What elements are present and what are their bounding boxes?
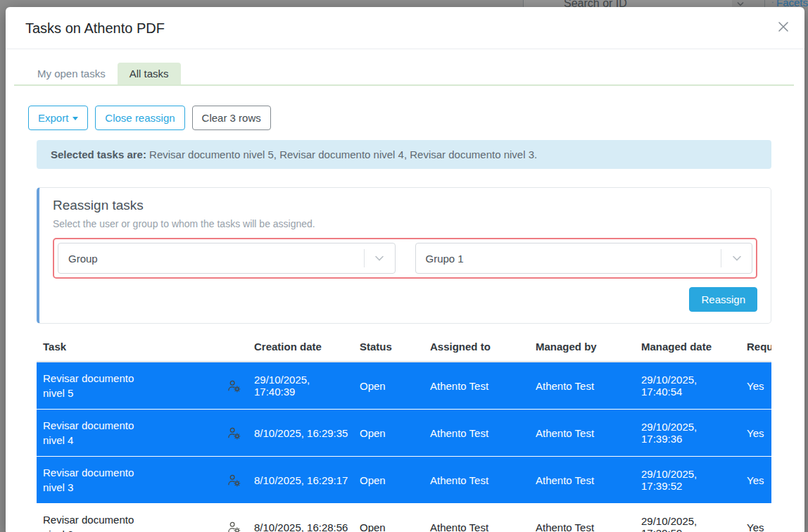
reassign-panel-title: Reassign tasks: [53, 198, 757, 213]
chevron-down-icon: [365, 255, 395, 262]
col-assigned-to: Assigned to: [424, 341, 529, 353]
creation-date-cell: 29/10/2025, 17:40:39: [248, 374, 353, 398]
modal-header: Tasks on Athento PDF: [6, 7, 804, 49]
caret-down-icon: [72, 117, 78, 120]
table-row[interactable]: Revisar documento nivel 4 8/10/2025, 16:…: [37, 410, 771, 457]
screen: Search or ID Facets Tasks on Athento PDF…: [0, 0, 808, 532]
task-cell: Revisar documento nivel 2: [37, 512, 220, 532]
tasks-table-wrapper: Task Creation date Status Assigned to Ma…: [37, 332, 771, 532]
task-cell: Revisar documento nivel 5: [37, 371, 220, 400]
chevron-down-icon: [721, 255, 752, 262]
table-row[interactable]: Revisar documento nivel 3 8/10/2025, 16:…: [37, 457, 771, 504]
managed-by-cell: Athento Test: [529, 521, 635, 532]
tab-my-open-tasks[interactable]: My open tasks: [25, 63, 118, 84]
toolbar: Export Close reassign Clear 3 rows: [28, 106, 804, 130]
clear-rows-button[interactable]: Clear 3 rows: [192, 106, 271, 130]
selected-tasks-banner: Selected tasks are: Revisar documento ni…: [37, 140, 771, 169]
close-reassign-button[interactable]: Close reassign: [95, 106, 184, 130]
managed-by-cell: Athento Test: [529, 427, 635, 439]
required-cell: Yes: [740, 474, 771, 486]
export-label: Export: [38, 112, 68, 124]
group-select-value: Grupo 1: [426, 253, 721, 265]
creation-date-cell: 8/10/2025, 16:29:17: [248, 474, 353, 486]
col-status: Status: [353, 341, 424, 353]
status-cell: Open: [353, 427, 424, 439]
assigned-to-cell: Athento Test: [424, 380, 529, 392]
reassign-panel: Reassign tasks Select the user or group …: [37, 187, 771, 324]
table-row[interactable]: Revisar documento nivel 2 8/10/2025, 16:…: [37, 504, 771, 532]
reassign-selects-highlight: Group Grupo 1: [53, 238, 757, 279]
user-gear-icon: [227, 426, 241, 440]
required-cell: Yes: [740, 380, 771, 392]
col-managed-date: Managed date: [635, 341, 740, 353]
task-icon-cell: [220, 379, 248, 393]
table-body: Revisar documento nivel 5 29/10/2025, 17…: [37, 362, 771, 532]
creation-date-cell: 8/10/2025, 16:28:56: [248, 521, 353, 532]
managed-date-cell: 29/10/2025, 17:39:59: [635, 515, 740, 532]
user-gear-icon: [227, 379, 241, 393]
assigned-to-cell: Athento Test: [424, 474, 529, 486]
col-managed-by: Managed by: [529, 341, 635, 353]
status-cell: Open: [353, 380, 424, 392]
tab-bar: My open tasks All tasks: [14, 63, 794, 86]
close-icon[interactable]: [775, 18, 792, 35]
user-gear-icon: [227, 474, 241, 487]
assigned-to-cell: Athento Test: [424, 521, 529, 532]
tasks-table: Task Creation date Status Assigned to Ma…: [37, 332, 771, 532]
col-creation-date: Creation date: [248, 341, 353, 353]
assigned-to-cell: Athento Test: [424, 427, 529, 439]
task-cell: Revisar documento nivel 3: [37, 465, 220, 495]
task-icon-cell: [220, 426, 248, 440]
selected-tasks-banner-label: Selected tasks are:: [51, 148, 146, 160]
managed-date-cell: 29/10/2025, 17:39:36: [635, 421, 740, 445]
status-cell: Open: [353, 474, 424, 486]
creation-date-cell: 8/10/2025, 16:29:35: [248, 427, 353, 439]
task-icon-cell: [220, 474, 248, 487]
selected-tasks-banner-text: Revisar documento nivel 5, Revisar docum…: [146, 148, 537, 160]
export-button[interactable]: Export: [28, 106, 88, 130]
required-cell: Yes: [740, 427, 771, 439]
managed-by-cell: Athento Test: [529, 474, 635, 486]
tab-all-tasks[interactable]: All tasks: [118, 63, 181, 84]
col-task: Task: [37, 339, 220, 354]
task-cell: Revisar documento nivel 4: [37, 418, 220, 448]
task-icon-cell: [220, 521, 248, 532]
reassign-button[interactable]: Reassign: [689, 287, 757, 312]
table-header: Task Creation date Status Assigned to Ma…: [37, 332, 771, 362]
users-icon: [772, 0, 774, 7]
table-row[interactable]: Revisar documento nivel 5 29/10/2025, 17…: [37, 362, 771, 410]
col-required: Required: [740, 341, 771, 353]
managed-by-cell: Athento Test: [529, 380, 635, 392]
group-select[interactable]: Grupo 1: [415, 243, 753, 274]
assignee-type-select[interactable]: Group: [58, 243, 396, 274]
modal-title: Tasks on Athento PDF: [25, 20, 785, 37]
assignee-type-value: Group: [68, 253, 364, 265]
status-cell: Open: [353, 521, 424, 532]
managed-date-cell: 29/10/2025, 17:39:52: [635, 468, 740, 492]
user-gear-icon: [227, 521, 241, 532]
managed-date-cell: 29/10/2025, 17:40:54: [635, 374, 740, 398]
required-cell: Yes: [740, 521, 771, 532]
tasks-modal: Tasks on Athento PDF My open tasks All t…: [6, 7, 804, 532]
reassign-panel-subtitle: Select the user or group to whom the tas…: [53, 218, 757, 229]
